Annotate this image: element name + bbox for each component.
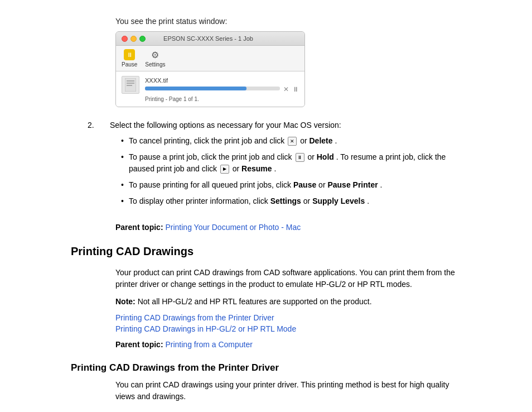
cad-link-list: Printing CAD Drawings from the Printer D… xyxy=(115,313,461,333)
parent-topic-1-label: Parent topic: xyxy=(115,223,165,232)
bullet-2-bold: Hold xyxy=(317,152,334,161)
parent-topic-2: Parent topic: Printing from a Computer xyxy=(115,340,461,349)
settings-gear-icon xyxy=(149,49,161,60)
bullet-2-resume-bold: Resume xyxy=(241,164,272,173)
pause-inline-icon: ⏸ xyxy=(296,153,304,162)
bullet-1-period: . xyxy=(335,136,337,145)
bullet-1-text-before: To cancel printing, click the print job … xyxy=(129,136,287,145)
cad-link-2[interactable]: Printing CAD Drawings in HP-GL/2 or HP R… xyxy=(115,324,461,333)
bullet-2: To pause a print job, click the print jo… xyxy=(121,151,461,175)
bullet-1-or: or xyxy=(300,136,309,145)
bullet-3-period: . xyxy=(380,180,383,189)
job-name: XXXX.tif xyxy=(145,77,299,84)
pause-label: Pause xyxy=(122,61,137,68)
bullet-1: To cancel printing, click the print job … xyxy=(121,135,461,147)
window-titlebar: EPSON SC-XXXX Series - 1 Job xyxy=(116,32,304,46)
cad-sub-body: You can print CAD drawings using your pr… xyxy=(115,379,461,403)
step-2-text: Select the following options as necessar… xyxy=(110,121,461,130)
settings-button: Settings xyxy=(145,49,165,68)
cancel-x-icon: ✕ xyxy=(283,85,289,93)
window-toolbar: Pause Settings xyxy=(116,46,304,71)
note-text-content: Not all HP-GL/2 and HP RTL features are … xyxy=(138,297,372,306)
bullet-list: To cancel printing, click the print job … xyxy=(121,135,461,207)
parent-topic-1-link[interactable]: Printing Your Document or Photo - Mac xyxy=(165,223,301,232)
parent-topic-2-link[interactable]: Printing from a Computer xyxy=(165,340,252,349)
cad-sub-section: Printing CAD Drawings from the Printer D… xyxy=(71,362,461,403)
cad-section-heading: Printing CAD Drawings xyxy=(71,245,461,260)
cad-note: Note: Not all HP-GL/2 and HP RTL feature… xyxy=(115,296,461,308)
bullet-4-or: or xyxy=(303,197,312,205)
job-thumbnail xyxy=(122,76,139,94)
cad-link-1[interactable]: Printing CAD Drawings from the Printer D… xyxy=(115,313,461,322)
job-status: Printing - Page 1 of 1. xyxy=(116,96,304,107)
bullet-3-pause-printer-bold: Pause Printer xyxy=(327,180,378,189)
bullet-2-text-before: To pause a print job, click the print jo… xyxy=(129,152,294,161)
window-title: EPSON SC-XXXX Series - 1 Job xyxy=(118,35,299,42)
note-label: Note: xyxy=(115,297,138,306)
cad-section-body: Your product can print CAD drawings from… xyxy=(115,267,461,349)
bullet-2-period: . xyxy=(274,164,276,173)
bullet-3: To pause printing for all queued print j… xyxy=(121,179,461,191)
bullet-2-or2: or xyxy=(233,164,241,173)
page-content: You see the print status window: EPSON S… xyxy=(71,17,461,412)
job-info: XXXX.tif ✕ ⏸ xyxy=(145,77,299,93)
pause-icon xyxy=(124,49,135,60)
bullet-3-text-before: To pause printing for all queued print j… xyxy=(129,180,293,189)
svg-rect-1 xyxy=(127,80,134,82)
bullet-4: To display other printer information, cl… xyxy=(121,195,461,207)
bullet-2-or: or xyxy=(307,152,316,161)
cad-sub-text: You can print CAD drawings using your pr… xyxy=(115,379,461,403)
parent-topic-1: Parent topic: Printing Your Document or … xyxy=(115,223,461,232)
cad-sub-heading: Printing CAD Drawings from the Printer D… xyxy=(71,362,461,373)
pause-small-icon: ⏸ xyxy=(292,85,299,93)
pause-button: Pause xyxy=(122,49,137,68)
job-row: XXXX.tif ✕ ⏸ xyxy=(116,71,304,96)
cad-section-text: Your product can print CAD drawings from… xyxy=(115,267,461,290)
step-2-number: 2. xyxy=(88,121,104,212)
bullet-3-pause-bold: Pause xyxy=(293,180,316,189)
parent-topic-2-label: Parent topic: xyxy=(115,340,165,349)
intro-text: You see the print status window: xyxy=(115,17,461,26)
cancel-icon: ✕ xyxy=(288,137,297,146)
settings-label: Settings xyxy=(145,61,165,68)
cad-section: Printing CAD Drawings Your product can p… xyxy=(71,245,461,349)
print-status-window-wrapper: EPSON SC-XXXX Series - 1 Job Pause Setti… xyxy=(115,31,461,107)
bullet-4-period: . xyxy=(367,197,369,205)
step-2-block: 2. Select the following options as neces… xyxy=(88,121,461,212)
print-status-window: EPSON SC-XXXX Series - 1 Job Pause Setti… xyxy=(115,31,305,107)
bullet-4-text-before: To display other printer information, cl… xyxy=(129,197,270,205)
bullet-4-settings-bold: Settings xyxy=(270,197,301,205)
bullet-1-bold: Delete xyxy=(309,136,332,145)
resume-inline-icon: ▶ xyxy=(220,165,229,174)
progress-bar xyxy=(145,87,280,90)
bullet-3-or: or xyxy=(318,180,327,189)
svg-rect-2 xyxy=(127,83,134,84)
svg-rect-3 xyxy=(127,85,132,86)
progress-fill xyxy=(145,87,246,90)
bullet-4-supply-bold: Supply Levels xyxy=(312,197,365,205)
step-2-content: Select the following options as necessar… xyxy=(110,121,461,212)
